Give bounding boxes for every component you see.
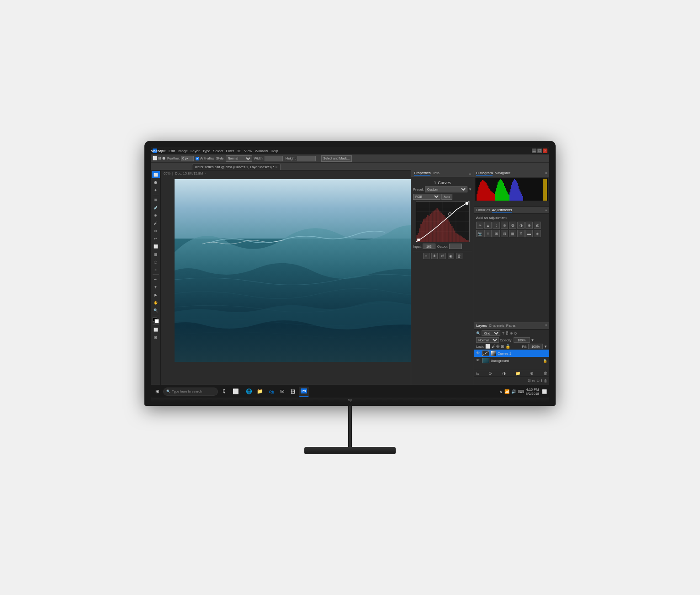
width-input[interactable] <box>265 156 283 161</box>
document-tab[interactable]: water series.psd @ 65% (Curves 1, Layer … <box>192 164 281 170</box>
tool-path-select[interactable]: ▶ <box>152 291 160 298</box>
adj-gradient[interactable]: ▬ <box>525 230 533 237</box>
adj-brightness[interactable]: ☀ <box>476 222 483 229</box>
minimize-button[interactable]: — <box>532 149 536 153</box>
chevron-icon[interactable]: ∧ <box>499 389 503 394</box>
start-button[interactable]: ⊞ <box>153 387 162 396</box>
feather-input[interactable] <box>181 156 194 161</box>
adj-menu[interactable]: ≡ <box>545 208 547 212</box>
layer-eye-curves1[interactable]: 👁 <box>476 351 481 356</box>
adj-invert[interactable]: ⊟ <box>501 230 508 237</box>
fill-arrow[interactable]: ▼ <box>544 345 547 349</box>
menu-file[interactable]: File <box>160 149 166 153</box>
trash-icon[interactable]: 🗑 <box>544 379 547 383</box>
visibility-button[interactable]: ◉ <box>448 253 454 259</box>
tool-eraser[interactable]: ⬜ <box>152 243 160 250</box>
output-value[interactable] <box>449 244 462 249</box>
undo-button[interactable]: ↺ <box>440 253 446 259</box>
photoshop-taskbar-icon[interactable]: Ps <box>299 387 309 397</box>
tab-properties[interactable]: Properties <box>414 171 430 176</box>
properties-menu-icon[interactable]: ≡ <box>469 171 471 176</box>
tool-blur[interactable]: ◌ <box>152 258 160 266</box>
preset-menu-icon[interactable]: ▼ <box>468 187 472 191</box>
adj-channel[interactable]: ≡ <box>484 230 492 237</box>
edge-icon[interactable]: 🌐 <box>244 387 254 397</box>
adj-bw[interactable]: ◐ <box>534 222 541 229</box>
adj-exposure[interactable]: ⊙ <box>501 222 508 229</box>
mail-icon[interactable]: ✉ <box>277 387 287 397</box>
settings-icon[interactable]: ⚙ <box>536 379 540 383</box>
opacity-arrow[interactable]: ▼ <box>531 338 535 342</box>
menu-select[interactable]: Select <box>213 149 223 153</box>
cortana-icon[interactable]: 🎙 <box>219 387 229 397</box>
menu-view[interactable]: View <box>244 149 252 153</box>
histogram-menu[interactable]: ≡ <box>545 171 547 175</box>
menu-window[interactable]: Window <box>255 149 268 153</box>
tab-adjustments[interactable]: Adjustments <box>492 208 512 212</box>
tool-history[interactable]: ↩ <box>152 235 160 242</box>
keyboard-icon[interactable]: ⌨ <box>518 389 524 394</box>
lock-artboard-icon[interactable]: ⊞ <box>501 344 504 349</box>
tool-frame[interactable]: ⊞ <box>152 334 160 341</box>
maximize-button[interactable]: ❐ <box>537 149 542 153</box>
tool-hand[interactable]: ✋ <box>152 299 160 306</box>
volume-icon[interactable]: 🔊 <box>511 389 516 394</box>
adj-threshold[interactable]: ⧖ <box>517 230 525 237</box>
menu-3d[interactable]: 3D <box>237 149 241 153</box>
auto-button[interactable]: Auto <box>441 194 452 200</box>
lock-position-icon[interactable]: ✙ <box>496 344 500 349</box>
link-button[interactable]: ⊕ <box>423 253 430 259</box>
adjustment-layer-button[interactable]: ◑ <box>502 371 506 376</box>
tool-clone[interactable]: ⊗ <box>152 227 160 234</box>
notifications-icon[interactable]: ⬜ <box>541 388 547 395</box>
task-view-icon[interactable]: ⬜ <box>231 387 241 397</box>
delete-layer-button[interactable]: 🗑 <box>543 371 547 376</box>
adj-huesat[interactable]: ◑ <box>517 222 525 229</box>
new-layer-button[interactable]: ⊕ <box>530 371 534 376</box>
tab-navigator[interactable]: Navigator <box>494 171 510 176</box>
eye-button[interactable]: 👁 <box>431 253 438 259</box>
search-bar[interactable]: 🔍 Type here to search <box>163 388 218 396</box>
tab-histogram[interactable]: Histogram <box>476 171 493 176</box>
menu-edit[interactable]: Edit <box>169 149 175 153</box>
network-icon[interactable]: 📶 <box>504 389 509 394</box>
photos-icon[interactable]: 🖼 <box>288 387 298 397</box>
menu-layer[interactable]: Layer <box>191 149 200 153</box>
link-layers-icon[interactable]: ⛓ <box>527 379 531 383</box>
channel-select[interactable]: RGB Red Green Blue <box>413 194 440 200</box>
info-icon[interactable]: ℹ <box>541 379 542 383</box>
tool-foreground[interactable] <box>152 316 160 324</box>
close-button[interactable]: ✕ <box>543 149 547 153</box>
lock-all-icon[interactable]: 🔒 <box>505 344 510 349</box>
fill-input[interactable] <box>528 344 543 349</box>
adj-lookup[interactable]: ⊞ <box>493 230 500 237</box>
tool-gradient[interactable]: ▦ <box>152 250 160 258</box>
opacity-input[interactable] <box>514 337 530 343</box>
tab-info[interactable]: Info <box>433 171 439 176</box>
tool-healing[interactable]: ⊕ <box>152 212 160 219</box>
tab-paths[interactable]: Paths <box>506 324 515 328</box>
fx-icon[interactable]: fx <box>532 379 535 383</box>
explorer-icon[interactable]: 📁 <box>255 387 265 397</box>
store-icon[interactable]: 🛍 <box>266 387 276 397</box>
input-value[interactable] <box>423 244 435 249</box>
tab-channels[interactable]: Channels <box>489 324 504 328</box>
style-select[interactable]: Normal Fixed Ratio Fixed Size <box>226 155 252 162</box>
layer-item-curves1[interactable]: 👁 Curves 1 <box>474 350 549 357</box>
tab-close[interactable]: × <box>276 165 278 169</box>
lock-brush-icon[interactable]: 🖌 <box>491 344 495 349</box>
tab-layers[interactable]: Layers <box>476 324 487 328</box>
tool-zoom[interactable]: 🔍 <box>152 307 160 314</box>
tool-dodge[interactable]: ○ <box>152 266 160 273</box>
layer-item-background[interactable]: 👁 Background 🔒 <box>474 357 549 364</box>
tool-wand[interactable]: ✦ <box>152 186 160 194</box>
adj-vibrance[interactable]: ❂ <box>509 222 516 229</box>
tool-type[interactable]: T <box>152 283 160 291</box>
height-input[interactable] <box>297 156 316 161</box>
adj-levels[interactable]: ▲ <box>484 222 492 229</box>
tool-pen[interactable]: ✒ <box>152 276 160 283</box>
layers-menu[interactable]: ≡ <box>545 324 547 328</box>
tool-lasso[interactable]: ⬟ <box>152 179 160 186</box>
menu-filter[interactable]: Filter <box>226 149 234 153</box>
clock[interactable]: 4:15 PM 8/2/2018 <box>526 388 539 396</box>
